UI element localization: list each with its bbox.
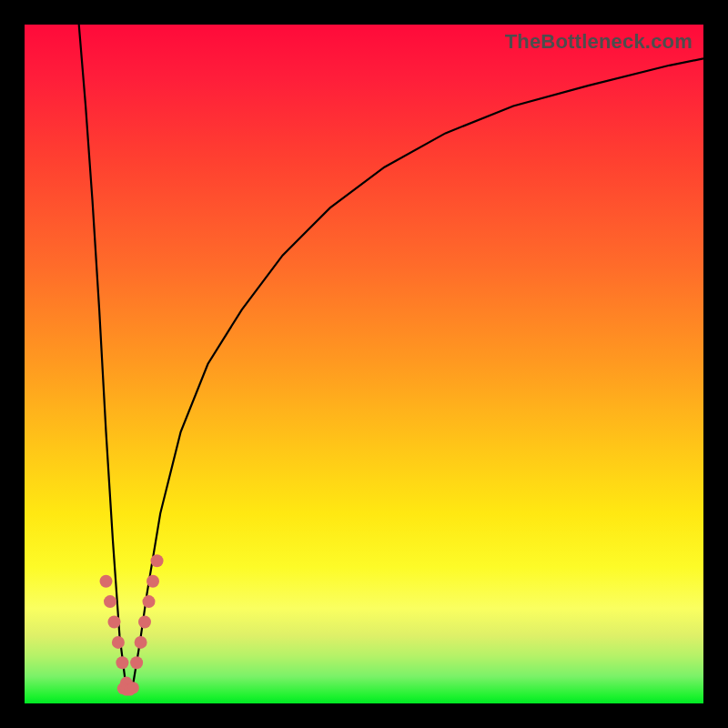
marker-dot: [108, 616, 121, 629]
marker-dot: [104, 595, 116, 608]
marker-dot: [100, 575, 113, 588]
marker-dot: [116, 656, 128, 669]
marker-dot: [151, 554, 164, 567]
highlight-markers: [100, 554, 164, 695]
marker-dot: [112, 636, 125, 649]
marker-dot: [127, 682, 139, 693]
plot-area: TheBottleneck.com: [25, 25, 703, 703]
marker-dot: [143, 595, 156, 608]
curve-layer: [25, 25, 703, 703]
marker-dot: [130, 656, 143, 669]
marker-dot: [147, 575, 159, 588]
marker-dot: [138, 616, 151, 629]
chart-frame: TheBottleneck.com: [0, 0, 728, 728]
bottleneck-curve: [79, 25, 703, 690]
marker-dot: [135, 636, 147, 649]
